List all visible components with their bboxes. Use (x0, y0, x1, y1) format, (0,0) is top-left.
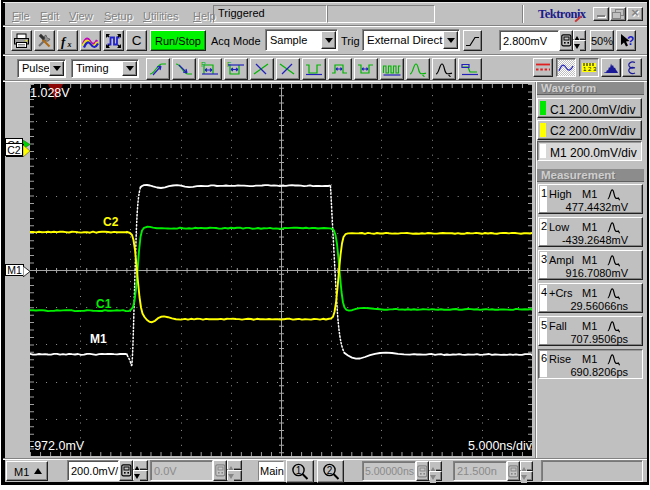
svg-text:C2: C2 (103, 215, 119, 229)
svg-text:1 2 3: 1 2 3 (583, 66, 597, 72)
svg-text:M1: M1 (90, 332, 107, 346)
svg-text:1: 1 (296, 464, 302, 475)
svg-text:C1: C1 (96, 297, 112, 311)
svg-text:-972.0mV: -972.0mV (30, 439, 85, 453)
svg-text:5.000ns/div: 5.000ns/div (468, 439, 532, 453)
svg-text:x: x (67, 39, 72, 48)
svg-text:2: 2 (326, 464, 332, 475)
svg-text:1.028V: 1.028V (30, 86, 70, 100)
svg-text:?: ? (627, 34, 634, 48)
svg-text:f: f (61, 33, 67, 48)
